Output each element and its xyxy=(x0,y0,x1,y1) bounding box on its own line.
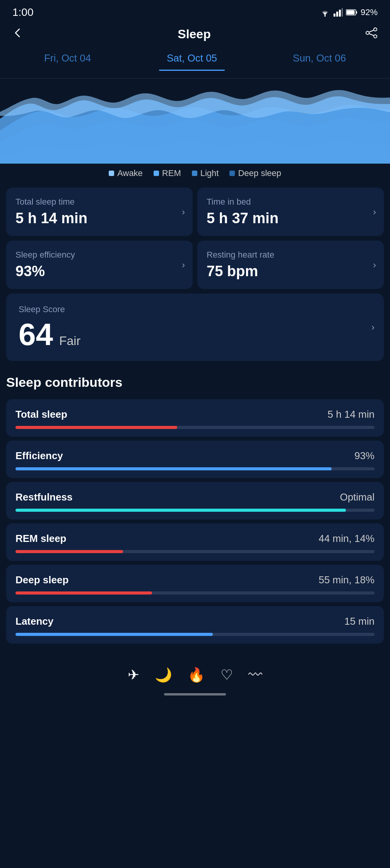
contributor-efficiency: Efficiency 93% xyxy=(6,441,384,478)
total-sleep-label: Total sleep time xyxy=(15,197,183,207)
contributor-efficiency-name: Efficiency xyxy=(15,450,63,462)
page-title: Sleep xyxy=(178,27,210,41)
contributor-total-sleep-header: Total sleep 5 h 14 min xyxy=(15,408,375,420)
contributor-latency-value: 15 min xyxy=(344,615,375,627)
battery-percent: 92% xyxy=(361,7,378,17)
legend-awake: Awake xyxy=(109,168,143,178)
contributor-total-sleep-name: Total sleep xyxy=(15,408,67,420)
contributor-latency-header: Latency 15 min xyxy=(15,615,375,627)
contributor-deep-sleep-bar-fill xyxy=(15,591,152,595)
deep-dot xyxy=(229,171,235,176)
sleep-efficiency-arrow: › xyxy=(182,260,185,270)
contributor-rem-sleep-bar-bg xyxy=(15,550,375,553)
legend-deep: Deep sleep xyxy=(229,168,281,178)
sleep-score-card[interactable]: Sleep Score 64 Fair › xyxy=(6,294,384,361)
contributor-restfulness-bar-fill xyxy=(15,509,346,512)
legend-light-label: Light xyxy=(200,168,219,178)
contributor-restfulness-value: Optimal xyxy=(340,491,375,503)
legend-deep-label: Deep sleep xyxy=(238,168,281,178)
sleep-efficiency-card[interactable]: Sleep efficiency 93% › xyxy=(6,241,193,289)
contributor-deep-sleep-name: Deep sleep xyxy=(15,574,68,586)
svg-point-8 xyxy=(374,28,377,31)
nav-icon-waves[interactable]: 〰 xyxy=(248,667,262,683)
sleep-score-arrow: › xyxy=(371,322,375,333)
legend-light: Light xyxy=(192,168,219,178)
wifi-icon xyxy=(320,8,330,17)
contributor-latency: Latency 15 min xyxy=(6,606,384,644)
svg-point-0 xyxy=(324,15,326,17)
time-in-bed-value: 5 h 37 min xyxy=(207,210,375,227)
contributor-total-sleep-bar-bg xyxy=(15,426,375,429)
sleep-legend: Awake REM Light Deep sleep xyxy=(0,164,390,188)
legend-rem: REM xyxy=(154,168,181,178)
svg-rect-7 xyxy=(356,11,357,14)
light-dot xyxy=(192,171,197,176)
legend-awake-label: Awake xyxy=(117,168,143,178)
contributor-rem-sleep-header: REM sleep 44 min, 14% xyxy=(15,533,375,545)
contributor-restfulness-bar-bg xyxy=(15,509,375,512)
tab-sat[interactable]: Sat, Oct 05 xyxy=(159,49,225,70)
resting-heart-rate-label: Resting heart rate xyxy=(207,250,375,260)
contributor-deep-sleep-bar-bg xyxy=(15,591,375,595)
contributor-rem-sleep-value: 44 min, 14% xyxy=(318,533,375,545)
home-indicator xyxy=(0,687,390,705)
battery-icon xyxy=(346,9,358,16)
total-sleep-value: 5 h 14 min xyxy=(15,210,183,227)
contributor-restfulness-name: Restfulness xyxy=(15,491,72,503)
nav-icon-flame[interactable]: 🔥 xyxy=(188,667,205,683)
stats-grid: Total sleep time 5 h 14 min › Time in be… xyxy=(0,188,390,294)
contributor-restfulness-header: Restfulness Optimal xyxy=(15,491,375,503)
contributor-total-sleep: Total sleep 5 h 14 min xyxy=(6,399,384,437)
total-sleep-card[interactable]: Total sleep time 5 h 14 min › xyxy=(6,188,193,236)
contributor-efficiency-bar-bg xyxy=(15,467,375,470)
svg-rect-4 xyxy=(342,8,343,17)
nav-icon-heart[interactable]: ♡ xyxy=(221,667,233,683)
sleep-efficiency-label: Sleep efficiency xyxy=(15,250,183,260)
sleep-chart xyxy=(0,79,390,164)
time-in-bed-arrow: › xyxy=(373,207,376,217)
legend-rem-label: REM xyxy=(162,168,181,178)
share-button[interactable] xyxy=(365,27,378,41)
contributor-rem-sleep: REM sleep 44 min, 14% xyxy=(6,523,384,561)
sleep-score-label: Sleep Score xyxy=(19,304,371,314)
contributors-section: Sleep contributors Total sleep 5 h 14 mi… xyxy=(0,366,390,644)
sleep-score-number: 64 xyxy=(19,319,53,350)
contributor-deep-sleep: Deep sleep 55 min, 18% xyxy=(6,565,384,602)
bottom-nav: ✈ 🌙 🔥 ♡ 〰 xyxy=(0,659,390,687)
resting-heart-rate-value: 75 bpm xyxy=(207,263,375,280)
status-time: 1:00 xyxy=(12,6,34,19)
sleep-score-value-row: 64 Fair xyxy=(19,319,371,350)
awake-dot xyxy=(109,171,114,176)
time-in-bed-card[interactable]: Time in bed 5 h 37 min › xyxy=(197,188,384,236)
contributor-deep-sleep-header: Deep sleep 55 min, 18% xyxy=(15,574,375,586)
time-in-bed-label: Time in bed xyxy=(207,197,375,207)
contributor-latency-bar-bg xyxy=(15,633,375,636)
svg-point-9 xyxy=(366,31,369,34)
svg-line-12 xyxy=(369,34,374,36)
nav-icon-airplane[interactable]: ✈ xyxy=(128,667,139,683)
sleep-efficiency-value: 93% xyxy=(15,263,183,280)
contributor-total-sleep-bar-fill xyxy=(15,426,177,429)
nav-icon-moon[interactable]: 🌙 xyxy=(155,667,172,683)
contributor-efficiency-value: 93% xyxy=(354,450,375,462)
tab-sun[interactable]: Sun, Oct 06 xyxy=(285,49,354,70)
contributors-title: Sleep contributors xyxy=(6,375,384,390)
status-icons: 92% xyxy=(320,7,378,17)
svg-rect-1 xyxy=(334,14,335,17)
contributor-total-sleep-value: 5 h 14 min xyxy=(328,408,375,420)
contributor-restfulness: Restfulness Optimal xyxy=(6,482,384,519)
resting-heart-rate-card[interactable]: Resting heart rate 75 bpm › xyxy=(197,241,384,289)
contributor-efficiency-header: Efficiency 93% xyxy=(15,450,375,462)
contributor-deep-sleep-value: 55 min, 18% xyxy=(318,574,375,586)
svg-rect-6 xyxy=(346,10,354,15)
tab-fri[interactable]: Fri, Oct 04 xyxy=(36,49,99,70)
sleep-score-qualifier: Fair xyxy=(59,334,80,348)
contributor-efficiency-bar-fill xyxy=(15,467,332,470)
back-button[interactable] xyxy=(12,27,23,41)
date-tabs: Fri, Oct 04 Sat, Oct 05 Sun, Oct 06 xyxy=(0,49,390,79)
svg-line-11 xyxy=(369,30,374,32)
status-bar: 1:00 92% xyxy=(0,0,390,23)
total-sleep-arrow: › xyxy=(182,207,185,217)
svg-point-10 xyxy=(374,35,377,38)
home-bar xyxy=(164,693,226,695)
